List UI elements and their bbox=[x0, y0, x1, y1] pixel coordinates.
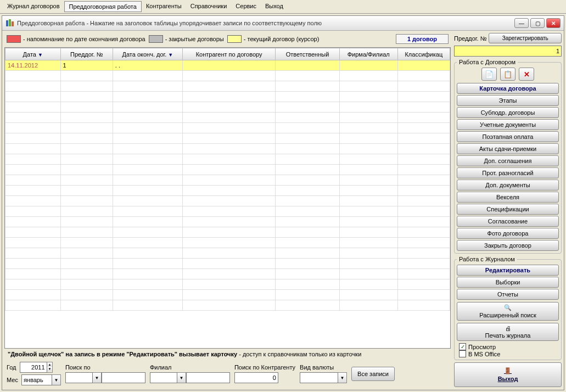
table-cell[interactable] bbox=[5, 259, 61, 269]
table-cell[interactable] bbox=[182, 60, 275, 71]
column-header[interactable]: Ответственный bbox=[276, 48, 339, 60]
table-cell[interactable] bbox=[397, 227, 450, 238]
table-cell[interactable] bbox=[276, 217, 339, 227]
table-cell[interactable]: 1 bbox=[60, 60, 113, 71]
table-cell[interactable] bbox=[113, 269, 182, 279]
table-cell[interactable] bbox=[60, 248, 113, 259]
table-cell[interactable] bbox=[276, 133, 339, 144]
table-cell[interactable] bbox=[60, 206, 113, 217]
currency-combo[interactable] bbox=[300, 372, 338, 383]
table-cell[interactable] bbox=[397, 186, 450, 196]
menu-item[interactable]: Выход bbox=[261, 1, 288, 12]
table-cell[interactable] bbox=[113, 71, 182, 81]
table-cell[interactable] bbox=[276, 60, 339, 71]
sidebar-journal-button[interactable]: Выборки bbox=[457, 277, 559, 288]
table-cell[interactable] bbox=[113, 175, 182, 186]
search-field-combo[interactable] bbox=[65, 372, 93, 383]
table-row[interactable] bbox=[5, 259, 450, 269]
table-cell[interactable] bbox=[182, 154, 275, 165]
table-cell[interactable] bbox=[182, 238, 275, 248]
table-cell[interactable] bbox=[397, 269, 450, 279]
table-cell[interactable] bbox=[60, 113, 113, 123]
table-cell[interactable] bbox=[60, 102, 113, 113]
table-row[interactable] bbox=[5, 248, 450, 259]
table-cell[interactable] bbox=[397, 259, 450, 269]
table-cell[interactable] bbox=[182, 165, 275, 175]
msoffice-checkbox[interactable] bbox=[459, 350, 466, 357]
sidebar-journal-button[interactable]: Редактировать bbox=[457, 265, 559, 276]
table-cell[interactable] bbox=[113, 154, 182, 165]
table-cell[interactable] bbox=[113, 81, 182, 92]
maximize-button[interactable]: ▢ bbox=[530, 18, 545, 28]
sidebar-action-button[interactable]: Акты сдачи-приемки bbox=[457, 143, 559, 154]
table-cell[interactable] bbox=[5, 154, 61, 165]
table-cell[interactable] bbox=[113, 290, 182, 300]
sidebar-action-button[interactable]: Доп. соглашения bbox=[457, 155, 559, 166]
table-row[interactable] bbox=[5, 217, 450, 227]
exit-button[interactable]: 🚪 Выход bbox=[454, 362, 562, 387]
table-cell[interactable] bbox=[60, 269, 113, 279]
table-cell[interactable] bbox=[339, 154, 397, 165]
table-cell[interactable] bbox=[5, 290, 61, 300]
column-header[interactable]: Классификац bbox=[397, 48, 450, 60]
filial-value-input[interactable] bbox=[186, 372, 230, 383]
table-cell[interactable] bbox=[60, 144, 113, 154]
minimize-button[interactable]: — bbox=[514, 18, 529, 28]
table-cell[interactable] bbox=[113, 248, 182, 259]
table-cell[interactable] bbox=[182, 81, 275, 92]
table-cell[interactable] bbox=[339, 300, 397, 311]
table-cell[interactable] bbox=[276, 248, 339, 259]
table-cell[interactable] bbox=[339, 227, 397, 238]
ext-search-button[interactable]: 🔍Расширенный поиск bbox=[457, 302, 559, 321]
table-cell[interactable] bbox=[182, 123, 275, 133]
table-cell[interactable] bbox=[276, 186, 339, 196]
menu-item[interactable]: Журнал договоров bbox=[3, 1, 64, 12]
table-cell[interactable] bbox=[113, 196, 182, 206]
sidebar-action-button[interactable]: Согласование bbox=[457, 216, 559, 227]
table-cell[interactable] bbox=[276, 269, 339, 279]
table-cell[interactable] bbox=[276, 165, 339, 175]
table-cell[interactable] bbox=[60, 123, 113, 133]
table-cell[interactable] bbox=[113, 300, 182, 311]
table-cell[interactable] bbox=[397, 290, 450, 300]
table-cell[interactable] bbox=[113, 259, 182, 269]
table-cell[interactable] bbox=[5, 133, 61, 144]
table-cell[interactable] bbox=[113, 186, 182, 196]
table-cell[interactable] bbox=[5, 238, 61, 248]
table-cell[interactable] bbox=[397, 238, 450, 248]
table-cell[interactable] bbox=[339, 175, 397, 186]
column-header[interactable]: Дата ▼ bbox=[5, 48, 61, 60]
all-records-button[interactable]: Все записи bbox=[351, 367, 395, 381]
table-cell[interactable] bbox=[339, 133, 397, 144]
sidebar-action-button[interactable]: Субподр. договоры bbox=[457, 107, 559, 118]
table-cell[interactable] bbox=[339, 196, 397, 206]
table-cell[interactable] bbox=[5, 144, 61, 154]
table-cell[interactable] bbox=[60, 92, 113, 102]
table-cell[interactable] bbox=[113, 102, 182, 113]
table-cell[interactable] bbox=[397, 71, 450, 81]
table-cell[interactable] bbox=[397, 144, 450, 154]
filial-combo[interactable] bbox=[150, 372, 177, 383]
table-row[interactable] bbox=[5, 165, 450, 175]
table-cell[interactable] bbox=[182, 186, 275, 196]
table-row[interactable] bbox=[5, 300, 450, 311]
column-header[interactable]: Фирма/Филиал bbox=[339, 48, 397, 60]
table-cell[interactable] bbox=[60, 165, 113, 175]
table-cell[interactable] bbox=[339, 186, 397, 196]
year-down[interactable]: ▼ bbox=[47, 367, 53, 371]
table-cell[interactable] bbox=[397, 279, 450, 290]
table-row[interactable] bbox=[5, 238, 450, 248]
table-cell[interactable] bbox=[397, 217, 450, 227]
table-row[interactable] bbox=[5, 196, 450, 206]
table-cell[interactable] bbox=[339, 113, 397, 123]
table-cell[interactable] bbox=[397, 113, 450, 123]
table-row[interactable] bbox=[5, 144, 450, 154]
table-row[interactable] bbox=[5, 186, 450, 196]
table-cell[interactable] bbox=[113, 92, 182, 102]
table-cell[interactable] bbox=[5, 206, 61, 217]
sidebar-action-button[interactable]: Спецификации bbox=[457, 204, 559, 215]
currency-dd[interactable]: ▼ bbox=[338, 372, 347, 383]
table-cell[interactable] bbox=[60, 154, 113, 165]
sidebar-action-button[interactable]: Карточка договора bbox=[457, 83, 559, 94]
table-cell[interactable] bbox=[182, 248, 275, 259]
